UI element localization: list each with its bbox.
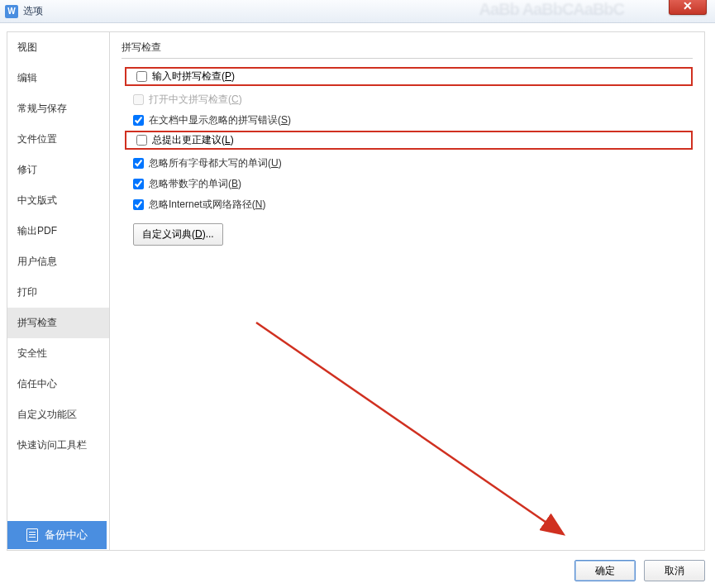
sidebar-item[interactable]: 信任中心: [7, 369, 109, 399]
dialog-footer: 确定 取消: [574, 560, 705, 581]
sidebar-item[interactable]: 常规与保存: [7, 93, 109, 124]
option-row: 忽略Internet或网络路径(N): [122, 194, 693, 215]
sidebar-item[interactable]: 自定义功能区: [7, 399, 109, 430]
sidebar: 视图编辑常规与保存文件位置修订中文版式输出PDF用户信息打印拼写检查安全性信任中…: [7, 31, 110, 551]
option-row: 总提出更正建议(L): [125, 131, 693, 150]
backup-center-button[interactable]: 备份中心: [7, 521, 107, 549]
sidebar-item[interactable]: 编辑: [7, 63, 109, 93]
sidebar-item[interactable]: 拼写检查: [7, 308, 109, 338]
sidebar-item[interactable]: 打印: [7, 277, 109, 308]
custom-dict-suffix: )...: [203, 228, 214, 240]
option-label: 总提出更正建议(L): [152, 133, 234, 147]
custom-dict-label: 自定义词典(: [142, 228, 195, 240]
content-panel: 拼写检查 输入时拼写检查(P)打开中文拼写检查(C)在文档中显示忽略的拼写错误(…: [110, 31, 705, 551]
sidebar-item[interactable]: 用户信息: [7, 246, 109, 277]
background-style-text: AaBb AaBbCAaBbC: [479, 0, 624, 19]
sidebar-item[interactable]: 中文版式: [7, 185, 109, 216]
dialog-body: 视图编辑常规与保存文件位置修订中文版式输出PDF用户信息打印拼写检查安全性信任中…: [0, 23, 715, 552]
document-icon: [26, 528, 38, 542]
option-row: 忽略所有字母都大写的单词(U): [122, 153, 693, 174]
option-label: 输入时拼写检查(P): [152, 69, 235, 84]
option-label: 在文档中显示忽略的拼写错误(S): [149, 113, 291, 127]
ok-button[interactable]: 确定: [574, 560, 636, 581]
group-divider: [122, 58, 693, 59]
custom-dict-button[interactable]: 自定义词典(D)...: [133, 223, 223, 246]
option-checkbox[interactable]: [136, 71, 147, 82]
app-icon: W: [5, 5, 18, 18]
close-icon: ✕: [683, 0, 693, 12]
title-bar: W 选项 AaBb AaBbCAaBbC ✕: [0, 0, 715, 23]
option-row: 忽略带数字的单词(B): [122, 174, 693, 194]
option-label: 打开中文拼写检查(C): [149, 93, 242, 107]
option-row: 输入时拼写检查(P): [125, 67, 693, 86]
sidebar-item[interactable]: 文件位置: [7, 124, 109, 155]
option-label: 忽略所有字母都大写的单词(U): [149, 156, 282, 170]
cancel-button[interactable]: 取消: [644, 560, 705, 581]
option-checkbox: [133, 94, 144, 105]
option-row: 在文档中显示忽略的拼写错误(S): [122, 110, 693, 131]
option-label: 忽略Internet或网络路径(N): [149, 198, 265, 212]
sidebar-item[interactable]: 快速访问工具栏: [7, 430, 109, 461]
group-title: 拼写检查: [122, 41, 693, 55]
sidebar-item[interactable]: 安全性: [7, 338, 109, 369]
option-checkbox[interactable]: [133, 179, 144, 189]
option-label: 忽略带数字的单词(B): [149, 177, 241, 191]
sidebar-item[interactable]: 修订: [7, 155, 109, 185]
option-checkbox[interactable]: [133, 158, 144, 169]
option-checkbox[interactable]: [136, 135, 147, 146]
sidebar-item[interactable]: 输出PDF: [7, 216, 109, 246]
options-list: 输入时拼写检查(P)打开中文拼写检查(C)在文档中显示忽略的拼写错误(S)总提出…: [122, 67, 693, 215]
option-checkbox[interactable]: [133, 115, 144, 126]
option-checkbox[interactable]: [133, 199, 144, 210]
backup-label: 备份中心: [45, 528, 88, 543]
window-title: 选项: [23, 4, 43, 18]
option-row: 打开中文拼写检查(C): [122, 89, 693, 110]
close-button[interactable]: ✕: [669, 0, 707, 15]
sidebar-item[interactable]: 视图: [7, 32, 109, 63]
custom-dict-key: D: [195, 228, 203, 240]
